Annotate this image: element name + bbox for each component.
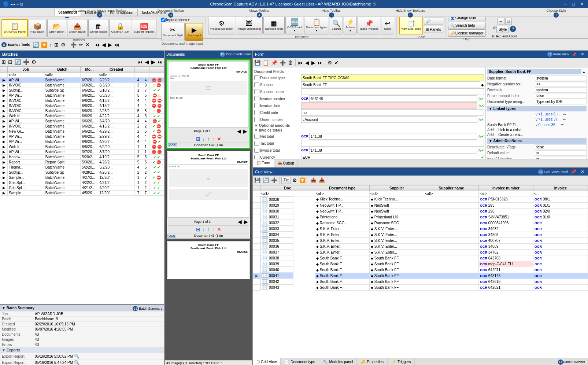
batch-row[interactable]: ▶ Gris Spl... BatchName 4/22/2... 4/21/2… — [0, 180, 164, 185]
export-search-btn[interactable]: 🔍 — [74, 354, 79, 359]
field-value[interactable]: 141.38 — [309, 133, 477, 140]
grid-row[interactable]: 📄 00033 ◆ S.K.V. Enter... ◆ S.K.V. Enter… — [253, 226, 588, 232]
batch-row[interactable]: ▶ AP Wi... BatchName 6/6/20... 4/20/2...… — [0, 139, 164, 144]
edit-item-button[interactable]: ✏ — [78, 41, 84, 48]
grid-close-button[interactable]: ✕ — [579, 169, 586, 174]
magnify-button[interactable]: 🔎 — [424, 18, 443, 25]
form-paste-button[interactable]: 📌 — [270, 59, 278, 66]
grid-row[interactable]: 📄 00043 ◆ South Bank F... ◆ South Bank F… — [253, 284, 588, 290]
field-checkbox[interactable] — [254, 117, 259, 122]
grid-row[interactable]: 📄 00042 ◆ South Bank F... ◆ South Bank F… — [253, 279, 588, 284]
grid-search-inv[interactable] — [533, 191, 588, 196]
form-nav-first[interactable]: ⏮ — [297, 59, 304, 66]
linked-type-1[interactable]: v:>1, uses:6, i... — [536, 112, 561, 117]
grid-col-indicator[interactable] — [253, 185, 260, 191]
grid-row[interactable]: 📄 00039 ◆ South Bank F... ◆ South Bank F… — [253, 261, 588, 267]
grid-row[interactable]: 📄 00035 ◆ S.K.V. Enter... ◆ S.K.V. Enter… — [253, 237, 588, 243]
grid-search-supplier[interactable] — [370, 191, 424, 196]
batch-row[interactable]: ▶ Web In... BatchName 6/6/20... 4/22/2..… — [0, 114, 164, 119]
delete-batch-button[interactable]: 🗑 Delete Batch — [88, 19, 109, 37]
grid-row[interactable]: ▶ 📄 00041 ◆ South Bank F... ◆ South Bank… — [253, 273, 588, 279]
grid-row[interactable]: 📄 00031 ◆ Printerland ... ◆ Printerland … — [253, 214, 588, 220]
nav-last-button[interactable]: ⏭ — [114, 41, 120, 48]
field-value[interactable]: 643148 — [309, 95, 477, 102]
doc-thumb-2[interactable]: South Bank FFSouthbank Fresh Fish Ltd IN… — [166, 151, 251, 239]
col-created[interactable]: Created — [98, 67, 135, 73]
doc-action4[interactable]: ↑ — [211, 136, 215, 142]
view-doc-titles-button[interactable]: 📑 View Doc. titles — [399, 16, 424, 34]
batch-row[interactable]: ▶ Gris Spl... BatchName 4/21/2... 4/20/2… — [0, 185, 164, 191]
grid-settings-button[interactable]: ⚙ — [292, 177, 298, 184]
export-search-btn[interactable]: 🔍 — [74, 360, 79, 365]
export-batch-button[interactable]: 📤 Export Batch — [67, 19, 88, 37]
grid-import-button[interactable]: 📥 — [318, 177, 326, 184]
doc2-action3[interactable]: ↑ — [207, 226, 211, 232]
col-mode[interactable]: Mo... — [81, 67, 98, 73]
doc-image-1[interactable]: South Bank FFSouthbank Fresh Fish Ltd IN… — [168, 61, 249, 127]
batch-row[interactable]: ▶ Sample... BatchName 4/5/20... 12/20/..… — [0, 191, 164, 196]
field-checkbox[interactable] — [254, 155, 259, 159]
linked-type-2[interactable]: v:>1, uses:37,... — [536, 117, 562, 122]
doc-next-btn-2[interactable]: ▶ — [243, 219, 249, 225]
col-expand[interactable] — [0, 67, 8, 73]
grid-row[interactable]: 📄 00032 ◆ Ransome SGG ... ◆ Ransome SGG … — [253, 220, 588, 226]
field-checkbox[interactable] — [254, 134, 259, 139]
doc-view-area[interactable]: South Bank FFSouthbank Fresh Fish Ltd IN… — [165, 58, 252, 360]
doc2-action2[interactable]: ↓ — [202, 226, 206, 232]
form-del-button[interactable]: 🗑 — [287, 59, 294, 66]
grid-tab-properties[interactable]: 🔑 Properties — [357, 358, 388, 365]
minimize-button[interactable]: ─ — [562, 1, 569, 7]
form-add-button[interactable]: ➕ — [279, 59, 286, 66]
linked-type-2-edit[interactable]: ✏ — [562, 117, 567, 122]
grid-add-button[interactable]: ➕ — [270, 177, 278, 184]
field-value[interactable]: South Bank FF — [301, 81, 480, 88]
doc-thumb-1[interactable]: South Bank FFSouthbank Fresh Fish Ltd IN… — [166, 59, 251, 149]
support-request-button[interactable]: 🆘 Support request — [132, 19, 156, 37]
grid-export-button[interactable]: 📤 — [310, 177, 317, 184]
batch-row[interactable]: ▶ INVOIC... BatchName 6/6/20... 4/13/2..… — [0, 98, 164, 103]
batch-row[interactable]: ▶ Web In... BatchName 6/6/20... 6/2/20..… — [0, 144, 164, 150]
doc2-action5[interactable]: ✕ — [216, 226, 222, 232]
field-checkbox[interactable] — [254, 82, 259, 87]
col-status[interactable] — [149, 67, 164, 73]
batch-row[interactable]: ▶ Report Report Split 5/3/20... 4/28/2..… — [0, 160, 164, 165]
new-item-button[interactable]: ➕ — [70, 41, 77, 48]
batch-new-button[interactable]: ➕ — [22, 59, 30, 65]
batch-row[interactable]: ▶ Subtyp... Subtype Sp 6/6/20... 5/10/2.… — [0, 88, 164, 93]
grid-search-doctype[interactable] — [315, 191, 369, 196]
grid-row[interactable]: 📄 00040 ◆ South Bank F... ◆ South Bank F… — [253, 267, 588, 273]
doc2-action1[interactable]: ⊞ — [195, 226, 201, 232]
grid-row[interactable]: 📄 00028 ◆ Klick Techno... ◆ Klick Techno… — [253, 196, 588, 203]
field-value[interactable]: no — [301, 109, 484, 116]
sort-button[interactable]: ↕ — [49, 41, 53, 48]
document-split-button[interactable]: ✂ Document Split — [161, 23, 185, 41]
batch-nav2-button[interactable]: ◀ — [144, 59, 150, 65]
collapse-all-button[interactable]: ⊟ — [7, 59, 13, 65]
add-new-action[interactable]: Create a new... — [498, 133, 523, 137]
maximize-button[interactable]: □ — [571, 1, 576, 7]
undo-button[interactable]: ↩ Undo — [381, 16, 394, 34]
doc-thumb-3[interactable]: South Bank FFSouthbank Fresh Fish Ltd IN… — [166, 240, 251, 279]
grid-tab-modules[interactable]: 🔧 Modules panel — [319, 358, 357, 365]
grid-tab-gridview[interactable]: ⊞ Grid View — [253, 358, 281, 365]
col-n2[interactable] — [142, 67, 149, 73]
batch-nav4-button[interactable]: ⏭ — [157, 59, 163, 65]
grid-tab-doctype[interactable]: 📄 Document type — [281, 358, 319, 365]
field-value[interactable]: EUR — [301, 154, 480, 159]
doc-prev-btn-1[interactable]: ◀ — [236, 128, 242, 134]
start-input-button[interactable]: ▶ Start Input — [185, 23, 203, 41]
field-checkbox[interactable] — [254, 103, 259, 108]
grid-row[interactable]: 📄 00034 ◆ S.K.V. Enter... ◆ S.K.V. Enter… — [253, 232, 588, 237]
form-tab-output[interactable]: 📤 Output — [274, 159, 298, 167]
field-value[interactable]: 141.38 — [309, 147, 477, 154]
doc-image-3[interactable]: South Bank FFSouthbank Fresh Fish Ltd IN… — [167, 242, 249, 278]
field-checkbox[interactable] — [254, 141, 259, 146]
search-created[interactable] — [98, 73, 134, 77]
grid-search-supname[interactable] — [424, 191, 478, 196]
grid-col-supname[interactable]: Supplier name — [424, 185, 479, 191]
form-save-button[interactable]: 💾 — [254, 59, 261, 66]
field-checkbox[interactable] — [254, 75, 259, 80]
batch-row[interactable]: ▶ AP Wi... BatchName 6/6/20... 3/4/20...… — [0, 119, 164, 124]
panels-button[interactable]: ⊞ Panels — [424, 26, 443, 33]
col-n1[interactable] — [135, 67, 142, 73]
